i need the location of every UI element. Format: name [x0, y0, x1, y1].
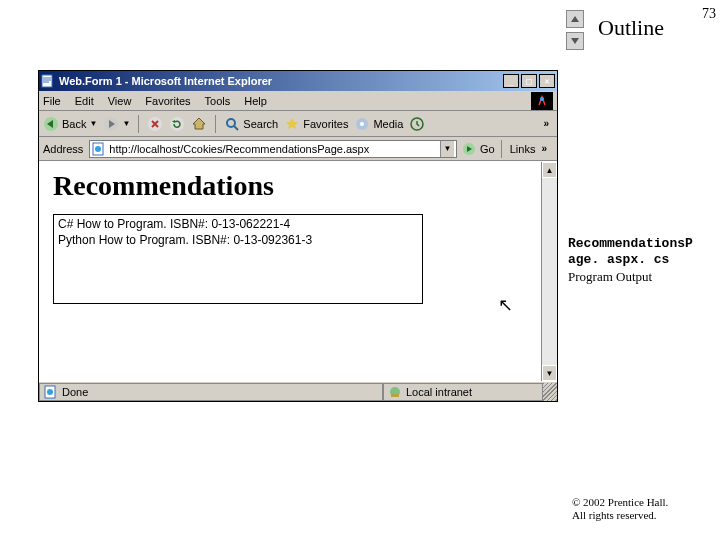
address-url: http://localhost/Ccokies/Recommendations…: [109, 143, 437, 155]
ie-page-icon: [41, 74, 55, 88]
svg-line-14: [234, 126, 238, 130]
side-caption: RecommendationsP age. aspx. cs Program O…: [568, 236, 693, 285]
chevron-down-icon: ▼: [89, 119, 97, 128]
window-title: Web.Form 1 - Microsoft Internet Explorer: [59, 75, 503, 87]
svg-point-4: [540, 97, 544, 101]
svg-marker-12: [193, 118, 205, 129]
back-label: Back: [62, 118, 86, 130]
svg-marker-0: [571, 16, 579, 22]
menubar: File Edit View Favorites Tools Help: [39, 91, 557, 111]
home-icon[interactable]: [191, 116, 207, 132]
status-text: Done: [62, 386, 88, 398]
address-label: Address: [43, 143, 83, 155]
scroll-up-button[interactable]: ▲: [542, 162, 557, 178]
address-dropdown-button[interactable]: ▼: [440, 141, 454, 157]
go-icon: [461, 141, 477, 157]
resize-grip[interactable]: [543, 383, 557, 401]
favorites-icon: [284, 116, 300, 132]
back-button[interactable]: Back ▼: [43, 116, 97, 132]
media-icon: [354, 116, 370, 132]
window-controls: _ □ ✕: [503, 74, 555, 88]
svg-marker-1: [571, 38, 579, 44]
media-button[interactable]: Media: [354, 116, 403, 132]
search-button[interactable]: Search: [224, 116, 278, 132]
caption-line3: Program Output: [568, 269, 693, 285]
intranet-icon: [388, 385, 402, 399]
close-button[interactable]: ✕: [539, 74, 555, 88]
menu-view[interactable]: View: [108, 95, 132, 107]
scroll-track[interactable]: [542, 178, 557, 365]
maximize-button[interactable]: □: [521, 74, 537, 88]
svg-point-13: [227, 119, 235, 127]
minimize-button[interactable]: _: [503, 74, 519, 88]
search-label: Search: [243, 118, 278, 130]
links-overflow-button[interactable]: »: [537, 143, 551, 154]
caption-line1: RecommendationsP: [568, 236, 693, 252]
outline-label: Outline: [598, 15, 664, 41]
stop-icon[interactable]: [147, 116, 163, 132]
caption-line2: age. aspx. cs: [568, 252, 693, 268]
pager-down-button[interactable]: [566, 32, 584, 50]
favorites-button[interactable]: Favorites: [284, 116, 348, 132]
copyright-line1: © 2002 Prentice Hall.: [572, 496, 668, 509]
cursor-icon: ↖: [498, 294, 513, 316]
titlebar: Web.Form 1 - Microsoft Internet Explorer…: [39, 71, 557, 91]
status-left: Done: [39, 383, 383, 401]
links-label: Links: [510, 143, 536, 155]
back-icon: [43, 116, 59, 132]
toolbar: Back ▼ ▼ Search Favorites Media: [39, 111, 557, 137]
page-heading: Recommendations: [53, 170, 543, 202]
media-label: Media: [373, 118, 403, 130]
menu-file[interactable]: File: [43, 95, 61, 107]
svg-point-20: [95, 146, 101, 152]
list-item[interactable]: C# How to Program. ISBN#: 0-13-062221-4: [58, 217, 418, 233]
ie-throbber-icon: [531, 92, 553, 110]
page-number: 73: [702, 6, 716, 22]
forward-button[interactable]: ▼: [103, 116, 130, 132]
status-zone: Local intranet: [383, 383, 543, 401]
menu-help[interactable]: Help: [244, 95, 267, 107]
svg-rect-2: [42, 75, 52, 87]
svg-point-10: [170, 117, 184, 131]
address-bar: Address http://localhost/Ccokies/Recomme…: [39, 137, 557, 161]
ie-page-icon: [44, 385, 58, 399]
go-label: Go: [480, 143, 495, 155]
chevron-down-icon: ▼: [122, 119, 130, 128]
copyright-line2: All rights reserved.: [572, 509, 668, 522]
svg-point-17: [360, 122, 364, 126]
menu-tools[interactable]: Tools: [205, 95, 231, 107]
vertical-scrollbar[interactable]: ▲ ▼: [541, 162, 557, 381]
toolbar-overflow-button[interactable]: »: [539, 118, 553, 129]
statusbar: Done Local intranet: [39, 381, 557, 401]
recommendations-listbox[interactable]: C# How to Program. ISBN#: 0-13-062221-4 …: [53, 214, 423, 304]
svg-point-24: [47, 389, 53, 395]
zone-text: Local intranet: [406, 386, 472, 398]
pager-up-button[interactable]: [566, 10, 584, 28]
ie-page-icon: [92, 142, 106, 156]
scroll-down-button[interactable]: ▼: [542, 365, 557, 381]
separator: [215, 115, 216, 133]
list-item[interactable]: Python How to Program. ISBN#: 0-13-09236…: [58, 233, 418, 249]
forward-icon: [103, 116, 119, 132]
refresh-icon[interactable]: [169, 116, 185, 132]
svg-marker-15: [286, 118, 298, 129]
separator: [501, 140, 502, 158]
address-input[interactable]: http://localhost/Ccokies/Recommendations…: [89, 140, 457, 158]
content-area: Recommendations C# How to Program. ISBN#…: [39, 161, 557, 381]
slide-pager: [566, 10, 584, 50]
go-button[interactable]: Go: [461, 141, 495, 157]
links-section[interactable]: Links »: [508, 143, 553, 155]
separator: [138, 115, 139, 133]
copyright: © 2002 Prentice Hall. All rights reserve…: [572, 496, 668, 522]
favorites-label: Favorites: [303, 118, 348, 130]
search-icon: [224, 116, 240, 132]
menu-favorites[interactable]: Favorites: [145, 95, 190, 107]
svg-rect-26: [391, 394, 399, 397]
browser-window: Web.Form 1 - Microsoft Internet Explorer…: [38, 70, 558, 402]
history-icon[interactable]: [409, 116, 425, 132]
menu-edit[interactable]: Edit: [75, 95, 94, 107]
